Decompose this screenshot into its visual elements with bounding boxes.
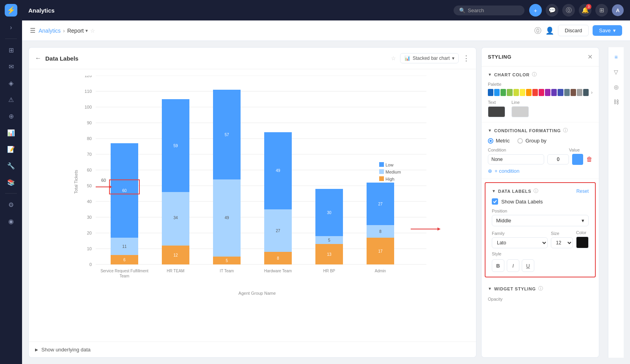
palette-color-6[interactable] — [520, 89, 525, 96]
chart-color-info-icon[interactable]: ⓘ — [532, 71, 537, 78]
group-by-option[interactable]: Group by — [517, 138, 546, 144]
sidebar-item-misc[interactable]: ◉ — [4, 214, 18, 228]
save-button[interactable]: Save ▾ — [593, 25, 622, 36]
sidebar-item-collapse[interactable]: › — [4, 20, 18, 35]
condition-color-button[interactable] — [572, 154, 583, 165]
breadcrumb-dropdown-icon[interactable]: ▾ — [85, 28, 88, 33]
family-select[interactable]: Lato Arial Helvetica — [492, 237, 548, 248]
size-group: Size 12 10 14 16 — [551, 231, 573, 248]
app-logo[interactable]: ⚡ — [5, 4, 17, 17]
chart-favorite-icon[interactable]: ☆ — [391, 55, 396, 61]
chart-type-label: Stacked bar chart — [413, 55, 450, 61]
breadcrumb-favorite-icon[interactable]: ☆ — [90, 28, 95, 34]
svg-text:27: 27 — [276, 229, 280, 233]
text-color-swatch[interactable] — [488, 106, 505, 117]
group-by-radio[interactable] — [517, 138, 523, 144]
palette-color-13[interactable] — [564, 89, 570, 96]
help-circle-icon[interactable]: ⓪ — [534, 26, 541, 35]
sidebar-item-alerts[interactable]: ⚠ — [4, 92, 18, 107]
palette-color-5[interactable] — [513, 89, 519, 96]
palette-color-12[interactable] — [558, 89, 563, 96]
underline-button[interactable]: U — [522, 259, 534, 272]
palette-color-1[interactable] — [488, 89, 493, 96]
condition-select[interactable]: None Greater than Less than Equal to — [488, 154, 544, 164]
sidebar-item-shield[interactable]: ⊕ — [4, 109, 18, 123]
palette-color-14[interactable] — [571, 89, 576, 96]
right-strip-funnel-icon[interactable]: ▽ — [610, 66, 622, 78]
sidebar-item-reports[interactable]: 📝 — [4, 142, 18, 156]
line-color-swatch[interactable] — [511, 106, 529, 117]
palette-color-15[interactable] — [577, 89, 582, 96]
bold-button[interactable]: B — [492, 259, 504, 272]
metric-radio[interactable] — [488, 138, 493, 144]
checkbox-check-icon — [493, 200, 497, 203]
help-button[interactable]: ⓪ — [562, 4, 575, 17]
chart-type-icon: 📊 — [404, 55, 410, 61]
palette-color-3[interactable] — [500, 89, 506, 96]
breadcrumb-analytics[interactable]: Analytics — [39, 28, 61, 34]
palette-color-2[interactable] — [494, 89, 500, 96]
dl-reset-button[interactable]: Reset — [576, 188, 589, 194]
sidebar-item-library[interactable]: 📚 — [4, 175, 18, 189]
style-label: Style — [492, 251, 589, 256]
sidebar-item-analytics[interactable]: 📊 — [4, 126, 18, 140]
ws-toggle[interactable]: ▼ — [488, 286, 492, 291]
position-select-button[interactable]: Middle ▾ — [492, 215, 589, 226]
size-select[interactable]: 12 10 14 16 — [551, 237, 573, 248]
palette-color-9[interactable] — [539, 89, 544, 96]
palette-color-10[interactable] — [545, 89, 550, 96]
sidebar-item-dashboard[interactable]: ⊞ — [4, 43, 18, 57]
grid-button[interactable]: ⊞ — [595, 4, 608, 17]
condition-delete-icon[interactable]: 🗑 — [586, 156, 593, 163]
svg-text:27: 27 — [378, 202, 383, 206]
svg-text:50: 50 — [87, 183, 92, 188]
search-box[interactable]: 🔍 Search — [454, 6, 524, 15]
chat-button[interactable]: 💬 — [546, 4, 558, 17]
palette-color-8[interactable] — [532, 89, 538, 96]
dl-toggle[interactable]: ▼ — [492, 189, 496, 193]
save-dropdown-icon[interactable]: ▾ — [613, 28, 616, 33]
palette-color-7[interactable] — [526, 89, 532, 96]
add-condition-label: + condition — [495, 168, 519, 174]
palette-color-11[interactable] — [551, 89, 557, 96]
palette-colors-row: › — [488, 89, 593, 96]
condition-col-label: Condition — [488, 148, 565, 152]
notification-button[interactable]: 🔔 3 — [579, 4, 591, 17]
font-color-group: Color — [576, 230, 589, 248]
ws-info-icon[interactable]: ⓘ — [538, 285, 543, 292]
main-area: Analytics 🔍 Search + 💬 ⓪ 🔔 3 ⊞ A ☰ Analy… — [22, 0, 630, 364]
cf-toggle[interactable]: ▼ — [488, 128, 492, 133]
chart-type-button[interactable]: 📊 Stacked bar chart ▾ — [400, 53, 459, 63]
palette-color-4[interactable] — [507, 89, 512, 96]
chart-color-toggle[interactable]: ▼ — [488, 72, 492, 77]
sidebar-item-messages[interactable]: ✉ — [4, 59, 18, 74]
svg-text:Team: Team — [120, 274, 129, 278]
discard-button[interactable]: Discard — [558, 25, 589, 36]
styling-close-button[interactable]: ✕ — [587, 53, 593, 61]
condition-value-input[interactable] — [547, 154, 569, 164]
cf-info-icon[interactable]: ⓘ — [563, 127, 568, 134]
font-color-swatch[interactable] — [576, 237, 589, 248]
dl-info-icon[interactable]: ⓘ — [534, 188, 538, 194]
palette-more-icon[interactable]: › — [591, 90, 593, 95]
sidebar-item-monitor[interactable]: ◈ — [4, 76, 18, 90]
svg-text:Medium: Medium — [385, 170, 401, 174]
palette-color-16[interactable] — [583, 89, 589, 96]
add-button[interactable]: + — [529, 4, 542, 17]
sidebar-item-settings[interactable]: ⚙ — [4, 198, 18, 212]
chart-more-button[interactable]: ⋮ — [463, 54, 470, 63]
right-strip-globe-icon[interactable]: ◎ — [610, 81, 622, 93]
add-condition-button[interactable]: ⊕ + condition — [488, 168, 593, 174]
sidebar-item-tools[interactable]: 🔧 — [4, 159, 18, 173]
right-strip-filter-icon[interactable]: ≡ — [610, 51, 622, 63]
chart-back-button[interactable]: ← — [35, 55, 41, 62]
show-data-labels-checkbox[interactable] — [492, 198, 498, 205]
show-underlying-toggle[interactable]: ▶ Show underlying data — [29, 342, 476, 357]
share-icon[interactable]: 👤 — [545, 26, 554, 35]
text-color-group: Text — [488, 100, 505, 117]
italic-button[interactable]: I — [507, 259, 519, 272]
right-strip-link-icon[interactable]: ⛓ — [610, 96, 622, 108]
nav-hamburger[interactable]: ☰ — [30, 27, 35, 34]
metric-option[interactable]: Metric — [488, 138, 510, 144]
user-avatar[interactable]: A — [612, 4, 624, 16]
